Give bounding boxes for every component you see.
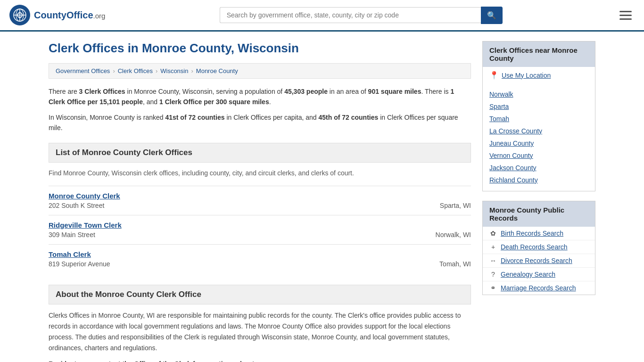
ranking-prefix: In Wisconsin, Monroe County is ranked bbox=[49, 114, 165, 121]
nearby-item-link[interactable]: Tomah bbox=[489, 115, 509, 123]
ranking-mid: in Clerk Offices per capita, and bbox=[225, 114, 319, 121]
breadcrumb-link-monroe[interactable]: Monroe County bbox=[196, 67, 238, 74]
about-text: Clerks Offices in Monroe County, WI are … bbox=[49, 310, 471, 354]
public-records-item: ↔ Divorce Records Search bbox=[483, 254, 595, 268]
sidebar: Clerk Offices near Monroe County 📍 Use M… bbox=[482, 41, 595, 362]
stats-mid2: in an area of bbox=[328, 88, 368, 95]
page-title: Clerk Offices in Monroe County, Wisconsi… bbox=[49, 41, 471, 56]
nearby-item-link[interactable]: La Crosse County bbox=[489, 127, 542, 135]
logo-icon bbox=[9, 5, 30, 25]
public-records-list: ✿ Birth Records Search + Death Records S… bbox=[483, 227, 595, 295]
breadcrumb-sep-3: › bbox=[191, 67, 193, 74]
breadcrumb-sep-1: › bbox=[113, 67, 115, 74]
stats-area: 901 square miles bbox=[368, 88, 421, 95]
ranking-paragraph: In Wisconsin, Monroe County is ranked 41… bbox=[49, 112, 471, 133]
clerk-city-state: Norwalk, WI bbox=[436, 231, 471, 239]
clerk-address: 202 South K Street bbox=[49, 202, 104, 209]
public-records-link[interactable]: Death Records Search bbox=[501, 243, 568, 251]
stats-per-sqmi: 1 Clerk Office per 300 square miles bbox=[159, 98, 269, 106]
nearby-item: Norwalk bbox=[489, 88, 588, 100]
use-my-location-link[interactable]: Use My Location bbox=[502, 72, 551, 79]
main-wrapper: Clerk Offices in Monroe County, Wisconsi… bbox=[39, 32, 605, 362]
nearby-item: Sparta bbox=[489, 100, 588, 113]
about-section-header: About the Monroe County Clerk Office bbox=[49, 285, 471, 304]
nearby-item: Juneau County bbox=[489, 137, 588, 149]
clerk-list: Monroe County Clerk 202 South K Street S… bbox=[49, 186, 471, 273]
public-records-icon: + bbox=[489, 243, 497, 251]
nearby-item-link[interactable]: Sparta bbox=[489, 103, 509, 110]
clerk-entry: Monroe County Clerk 202 South K Street S… bbox=[49, 186, 471, 215]
use-location-row: 📍 Use My Location bbox=[483, 67, 595, 83]
clerk-city-state: Tomah, WI bbox=[439, 260, 471, 268]
nearby-item-link[interactable]: Vernon County bbox=[489, 152, 533, 159]
clerk-name-link[interactable]: Monroe County Clerk bbox=[49, 192, 120, 200]
nearby-item-link[interactable]: Jackson County bbox=[489, 164, 537, 172]
stats-mid3: . There is bbox=[421, 88, 450, 95]
nearby-offices-box: Clerk Offices near Monroe County 📍 Use M… bbox=[482, 41, 595, 191]
stats-clerk-count: 3 Clerk Offices bbox=[79, 88, 125, 95]
main-content: Clerk Offices in Monroe County, Wisconsi… bbox=[49, 41, 471, 362]
nearby-offices-header: Clerk Offices near Monroe County bbox=[483, 41, 595, 67]
clerk-address: 309 Main Street bbox=[49, 231, 95, 239]
site-header: CountyOffice.org 🔍 bbox=[0, 0, 644, 32]
stats-mid1: in Monroe County, Wisconsin, serving a p… bbox=[125, 88, 284, 95]
ranking-capita: 41st of 72 counties bbox=[165, 114, 224, 121]
nearby-item: Richland County bbox=[489, 174, 588, 186]
hamburger-menu-button[interactable] bbox=[617, 8, 635, 23]
list-section-header: List of Monroe County Clerk Offices bbox=[49, 143, 471, 163]
list-section-desc: Find Monroe County, Wisconsin clerk offi… bbox=[49, 168, 471, 178]
public-records-item: + Death Records Search bbox=[483, 240, 595, 254]
about-section: About the Monroe County Clerk Office Cle… bbox=[49, 285, 471, 362]
breadcrumb: Government Offices › Clerk Offices › Wis… bbox=[49, 63, 471, 79]
stats-end: . bbox=[269, 98, 271, 106]
public-records-link[interactable]: Marriage Records Search bbox=[501, 284, 576, 292]
clerk-name-link[interactable]: Ridgeville Town Clerk bbox=[49, 221, 122, 229]
location-icon: 📍 bbox=[489, 71, 499, 80]
clerk-entry: Tomah Clerk 819 Superior Avenue Tomah, W… bbox=[49, 244, 471, 273]
residents-text: Residents may contact the Office of the … bbox=[49, 360, 471, 362]
ranking-sqmi: 45th of 72 counties bbox=[318, 114, 378, 121]
clerk-city-state: Sparta, WI bbox=[440, 202, 471, 209]
stats-intro: There are bbox=[49, 88, 79, 95]
clerk-name-link[interactable]: Tomah Clerk bbox=[49, 250, 91, 258]
public-records-link[interactable]: Genealogy Search bbox=[501, 271, 555, 278]
nearby-item-link[interactable]: Juneau County bbox=[489, 140, 534, 147]
breadcrumb-sep-2: › bbox=[156, 67, 157, 74]
public-records-icon: ⚭ bbox=[489, 284, 497, 292]
breadcrumb-link-wisconsin[interactable]: Wisconsin bbox=[160, 67, 188, 74]
nearby-items-list: NorwalkSpartaTomahLa Crosse CountyJuneau… bbox=[483, 83, 595, 191]
stats-population: 45,303 people bbox=[284, 88, 328, 95]
clerk-address: 819 Superior Avenue bbox=[49, 260, 110, 268]
nearby-item-link[interactable]: Norwalk bbox=[489, 90, 513, 98]
logo-area: CountyOffice.org bbox=[9, 5, 105, 25]
public-records-icon: ✿ bbox=[489, 230, 497, 237]
nearby-item: Tomah bbox=[489, 113, 588, 125]
public-records-item: ⚭ Marriage Records Search bbox=[483, 281, 595, 295]
logo-text: CountyOffice.org bbox=[34, 10, 105, 21]
public-records-icon: ? bbox=[489, 271, 497, 278]
public-records-header: Monroe County Public Records bbox=[483, 201, 595, 227]
public-records-item: ✿ Birth Records Search bbox=[483, 227, 595, 240]
stats-mid4: , and bbox=[143, 98, 159, 106]
nearby-item: Jackson County bbox=[489, 162, 588, 174]
public-records-box: Monroe County Public Records ✿ Birth Rec… bbox=[482, 201, 595, 295]
search-button[interactable]: 🔍 bbox=[481, 7, 503, 24]
search-area: 🔍 bbox=[220, 7, 503, 24]
stats-paragraph: There are 3 Clerk Offices in Monroe Coun… bbox=[49, 86, 471, 107]
public-records-item: ? Genealogy Search bbox=[483, 268, 595, 281]
nearby-item-link[interactable]: Richland County bbox=[489, 176, 538, 184]
breadcrumb-link-gov-offices[interactable]: Government Offices bbox=[56, 67, 110, 74]
search-input[interactable] bbox=[220, 7, 481, 23]
public-records-link[interactable]: Divorce Records Search bbox=[501, 257, 572, 264]
nearby-item: Vernon County bbox=[489, 149, 588, 162]
breadcrumb-link-clerk-offices[interactable]: Clerk Offices bbox=[118, 67, 153, 74]
public-records-icon: ↔ bbox=[489, 257, 497, 264]
nearby-item: La Crosse County bbox=[489, 125, 588, 137]
public-records-link[interactable]: Birth Records Search bbox=[501, 230, 563, 237]
clerk-entry: Ridgeville Town Clerk 309 Main Street No… bbox=[49, 215, 471, 244]
